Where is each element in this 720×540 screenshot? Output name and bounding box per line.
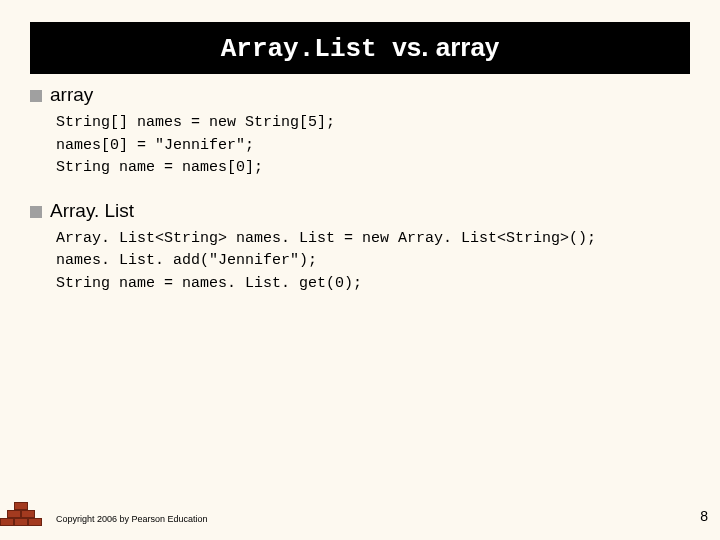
slide-title: Array.List vs. array [30,22,690,74]
code-line: names[0] = "Jennifer"; [56,135,690,158]
section-body: array String[] names = new String[5]; na… [50,84,690,180]
title-rest-part: vs. array [392,32,499,62]
code-block: Array. List<String> names. List = new Ar… [56,228,690,296]
code-block: String[] names = new String[5]; names[0]… [56,112,690,180]
code-line: String[] names = new String[5]; [56,112,690,135]
code-line: names. List. add("Jennifer"); [56,250,690,273]
footer-left: Copyright 2006 by Pearson Education [0,498,208,526]
copyright-text: Copyright 2006 by Pearson Education [56,514,208,526]
section-body: Array. List Array. List<String> names. L… [50,200,690,296]
slide-content: array String[] names = new String[5]; na… [0,74,720,295]
section-heading: Array. List [50,200,690,222]
section-heading: array [50,84,690,106]
code-line: String name = names[0]; [56,157,690,180]
slide-footer: Copyright 2006 by Pearson Education 8 [0,498,720,526]
section-array: array String[] names = new String[5]; na… [30,84,690,180]
page-number: 8 [700,508,708,526]
title-code-part: Array.List [221,34,393,64]
code-line: Array. List<String> names. List = new Ar… [56,228,690,251]
section-arraylist: Array. List Array. List<String> names. L… [30,200,690,296]
bullet-icon [30,206,42,218]
bullet-icon [30,90,42,102]
bricks-icon [0,498,46,526]
code-line: String name = names. List. get(0); [56,273,690,296]
